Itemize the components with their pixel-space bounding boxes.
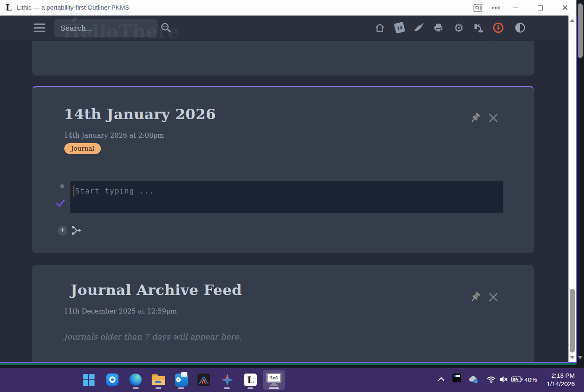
tag-badge[interactable]: Journal xyxy=(64,143,101,154)
outer-scrollbar-thumb[interactable] xyxy=(578,3,583,58)
card-title: Journal Archive Feed xyxy=(71,282,242,298)
lithic-app-icon[interactable]: L xyxy=(244,374,257,386)
running-indicator xyxy=(133,387,139,389)
clock-time: 2:13 PM xyxy=(547,371,575,380)
home-icon[interactable] xyxy=(374,22,386,34)
app-window: HelloThere 14 + xyxy=(0,16,576,368)
scroll-down-icon[interactable] xyxy=(570,356,574,359)
taskbar-clock[interactable]: 2:13 PM 1/14/2026 xyxy=(547,371,575,388)
merge-icon[interactable] xyxy=(71,225,82,236)
more-options-icon[interactable]: ••• xyxy=(487,0,505,16)
card-timestamp: 11th December 2025 at 12:59pm xyxy=(64,307,177,315)
screentogif-app-icon[interactable]: S>G xyxy=(263,370,285,390)
clock-date: 1/14/2026 xyxy=(547,380,575,388)
running-indicator xyxy=(224,387,230,389)
windows-taskbar: L S>G i xyxy=(0,368,584,392)
screentogif-monitor-icon: S>G xyxy=(266,373,281,383)
desktop-screen: L Lithic — a portability-first Outliner … xyxy=(0,0,584,392)
search-input[interactable] xyxy=(54,19,158,37)
sidebar-search-icon[interactable] xyxy=(469,0,487,16)
bullet-icon xyxy=(60,184,64,188)
close-window-icon[interactable]: ✕ xyxy=(555,0,575,16)
window-border xyxy=(576,16,577,363)
start-button[interactable] xyxy=(83,374,95,386)
file-explorer-icon[interactable] xyxy=(152,374,164,386)
app-toolbar: HelloThere 14 + xyxy=(0,16,576,40)
running-indicator xyxy=(178,387,184,389)
settings-gear-icon[interactable]: ⚙ xyxy=(453,22,465,34)
tray-window-app-icon[interactable] xyxy=(452,374,461,382)
inner-scrollbar-thumb[interactable] xyxy=(570,289,575,353)
search-options-icon[interactable] xyxy=(160,22,172,34)
running-indicator-active xyxy=(269,387,279,389)
volume-muted-icon[interactable] xyxy=(498,374,509,384)
theme-brush-icon[interactable] xyxy=(413,22,425,34)
card-hellothere-partial xyxy=(32,41,534,76)
menu-icon[interactable] xyxy=(34,24,45,32)
card-timestamp: 14th January 2026 at 2:08pm xyxy=(64,131,164,139)
outlook-icon[interactable] xyxy=(175,374,187,386)
inner-scrollbar[interactable] xyxy=(568,16,576,363)
outer-scrollbar[interactable] xyxy=(576,0,584,368)
sparkle-app-icon[interactable] xyxy=(221,374,234,386)
archive-note: Journals older than 7 days will appear h… xyxy=(64,332,242,341)
running-indicator xyxy=(155,387,161,389)
wifi-icon[interactable] xyxy=(486,374,497,384)
editor-placeholder: Start typing ... xyxy=(75,187,154,195)
svg-text:i: i xyxy=(475,380,476,384)
scroll-down-icon[interactable] xyxy=(578,356,583,359)
add-block-button[interactable]: + xyxy=(58,226,67,235)
bottom-gap xyxy=(0,365,576,368)
edge-browser-icon[interactable] xyxy=(129,374,142,386)
card-archive-feed: Journal Archive Feed 11th December 2025 … xyxy=(32,265,534,363)
minimize-icon[interactable] xyxy=(506,0,525,16)
cloud-info-icon[interactable]: i xyxy=(468,374,479,385)
chevron-up-icon[interactable] xyxy=(437,376,445,382)
close-icon[interactable] xyxy=(486,290,500,304)
text-caret xyxy=(74,186,74,196)
pin-icon[interactable] xyxy=(468,111,482,125)
card-title: 14th January 2026 xyxy=(64,106,216,123)
app-logo: L xyxy=(5,2,12,13)
download-icon[interactable] xyxy=(492,22,504,34)
editor-block[interactable]: Start typing ... xyxy=(70,181,503,213)
battery-percent[interactable]: 40% xyxy=(524,376,537,383)
scroll-up-icon[interactable] xyxy=(570,19,574,22)
maximize-icon[interactable] xyxy=(531,0,550,16)
battery-charging-icon[interactable] xyxy=(511,375,523,384)
close-icon[interactable] xyxy=(486,111,500,125)
blue-ring-app-icon[interactable] xyxy=(106,374,119,386)
peak-app-icon[interactable] xyxy=(197,374,210,386)
window-title: Lithic — a portability-first Outliner PK… xyxy=(17,4,129,11)
print-icon[interactable] xyxy=(432,22,444,34)
pin-icon[interactable] xyxy=(468,290,482,304)
check-icon[interactable] xyxy=(55,198,66,209)
import-export-icon[interactable] xyxy=(473,22,484,34)
window-titlebar: L Lithic — a portability-first Outliner … xyxy=(0,0,576,16)
contrast-icon[interactable] xyxy=(514,22,526,34)
card-journal: 14th January 2026 14th January 2026 at 2… xyxy=(32,86,534,253)
running-indicator xyxy=(247,387,253,389)
new-journal-icon[interactable]: 14 + xyxy=(394,22,405,34)
